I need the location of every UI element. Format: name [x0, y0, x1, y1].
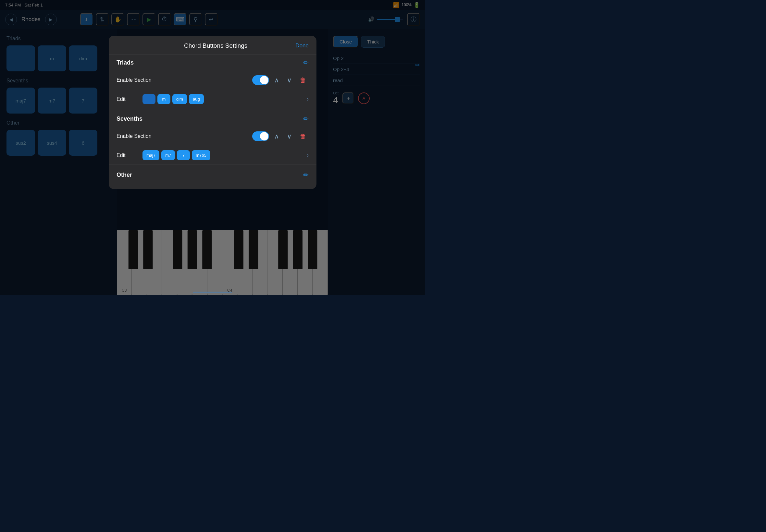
sevenths-enable-toggle[interactable] — [252, 131, 269, 141]
triads-title: Triads — [116, 59, 134, 66]
triads-edit-icon[interactable]: ✏ — [303, 59, 309, 67]
sevenths-edit-text-label: Edit — [116, 152, 136, 158]
triads-enable-row: Enable Section ∧ ∨ 🗑 — [109, 70, 316, 90]
other-section-header: Other ✏ — [109, 167, 316, 183]
sevenths-row-controls: ∧ ∨ 🗑 — [252, 131, 309, 141]
triad-mini-btn-dim[interactable]: dim — [172, 94, 187, 104]
triads-section-header: Triads ✏ — [109, 55, 316, 70]
seventh-mini-btn-m7[interactable]: m7 — [161, 150, 175, 160]
triads-mini-chord-btns: m dim aug — [142, 94, 204, 104]
triads-edit-row: Edit m dim aug › — [109, 90, 316, 108]
triad-mini-btn-aug[interactable]: aug — [189, 94, 204, 104]
sevenths-delete-button[interactable]: 🗑 — [297, 131, 309, 141]
other-edit-icon[interactable]: ✏ — [303, 171, 309, 179]
triads-up-arrow[interactable]: ∧ — [272, 75, 282, 85]
sevenths-mini-chord-btns: maj7 m7 7 m7b5 — [142, 150, 210, 160]
sevenths-toggle-thumb — [260, 132, 268, 140]
modal-title: Chord Buttons Settings — [136, 42, 295, 49]
sevenths-down-arrow[interactable]: ∨ — [284, 131, 294, 141]
other-title: Other — [116, 172, 132, 178]
chord-settings-modal: Chord Buttons Settings Done Triads ✏ Ena… — [109, 36, 316, 189]
sevenths-section-header: Sevenths ✏ — [109, 111, 316, 127]
sevenths-title: Sevenths — [116, 115, 142, 122]
sevenths-edit-chevron-icon[interactable]: › — [307, 152, 309, 159]
triads-enable-label: Enable Section — [116, 77, 252, 83]
triads-row-controls: ∧ ∨ 🗑 — [252, 75, 309, 85]
triads-edit-text-label: Edit — [116, 96, 136, 102]
modal-done-button[interactable]: Done — [295, 42, 309, 49]
seventh-mini-btn-7[interactable]: 7 — [177, 150, 190, 160]
sevenths-enable-label: Enable Section — [116, 133, 252, 139]
sevenths-edit-row: Edit maj7 m7 7 m7b5 › — [109, 146, 316, 164]
triads-enable-toggle[interactable] — [252, 75, 269, 85]
triads-down-arrow[interactable]: ∨ — [284, 75, 294, 85]
modal-body: Triads ✏ Enable Section ∧ ∨ 🗑 Edit m dim — [109, 55, 316, 189]
triad-mini-btn-empty[interactable] — [142, 94, 155, 104]
seventh-mini-btn-m7b5[interactable]: m7b5 — [192, 150, 210, 160]
sevenths-enable-row: Enable Section ∧ ∨ 🗑 — [109, 127, 316, 146]
modal-header: Chord Buttons Settings Done — [109, 36, 316, 55]
scroll-indicator — [193, 292, 232, 293]
sevenths-up-arrow[interactable]: ∧ — [272, 131, 282, 141]
triads-toggle-thumb — [260, 76, 268, 84]
sevenths-edit-icon[interactable]: ✏ — [303, 115, 309, 123]
triad-mini-btn-m[interactable]: m — [157, 94, 170, 104]
seventh-mini-btn-maj7[interactable]: maj7 — [142, 150, 159, 160]
triads-delete-button[interactable]: 🗑 — [297, 75, 309, 85]
triads-edit-chevron-icon[interactable]: › — [307, 96, 309, 103]
